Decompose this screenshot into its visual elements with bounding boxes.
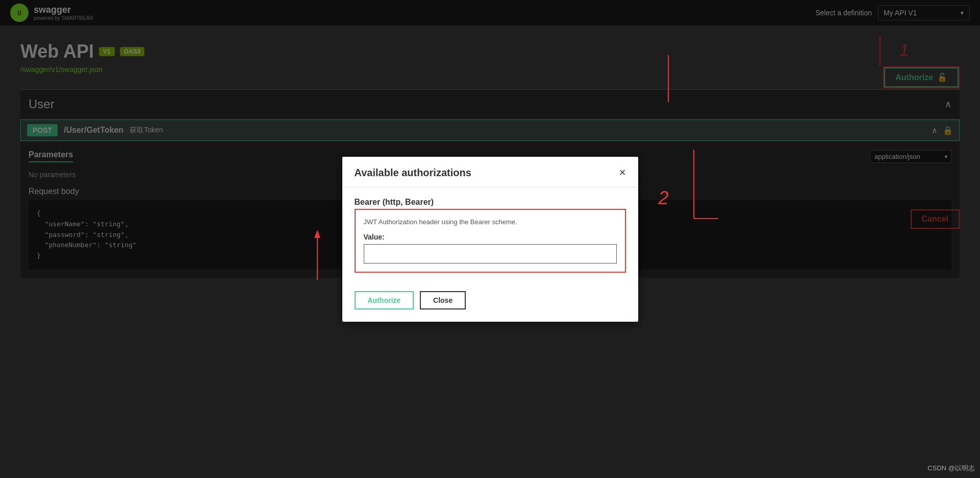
csdn-watermark: CSDN @以明志: [927, 464, 975, 473]
value-input[interactable]: [364, 244, 617, 264]
modal-close-button[interactable]: ×: [619, 167, 626, 178]
modal-overlay: Available authorizations × Bearer (http,…: [0, 0, 980, 478]
input-red-box: JWT Authorization header using the Beare…: [355, 209, 626, 273]
bearer-desc: JWT Authorization header using the Beare…: [364, 218, 617, 226]
value-label: Value:: [364, 233, 617, 241]
bearer-title: Bearer (http, Bearer): [355, 198, 626, 207]
modal-body: Bearer (http, Bearer) 2 JWT Authorizatio…: [342, 187, 638, 291]
modal-title: Available authorizations: [355, 167, 471, 179]
modal-footer: Authorize Close: [342, 291, 638, 322]
annotation-number2: 2: [658, 187, 668, 209]
modal: Available authorizations × Bearer (http,…: [342, 157, 638, 322]
close-modal-button[interactable]: Close: [420, 291, 466, 309]
authorize-modal-button[interactable]: Authorize: [355, 291, 414, 309]
modal-header: Available authorizations ×: [342, 157, 638, 187]
